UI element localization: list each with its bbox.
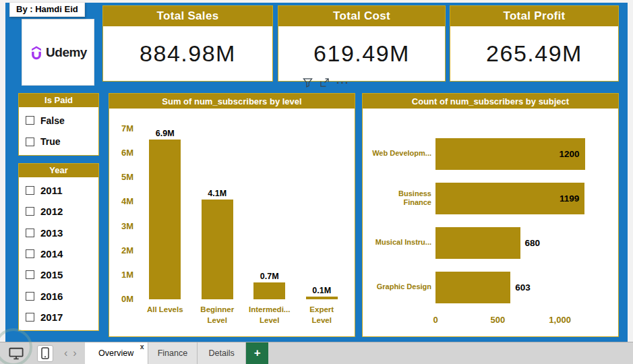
udemy-wordmark: Udemy [46,45,87,60]
is-paid-options: FalseTrue [19,107,98,155]
bar-track: 680 [435,227,613,259]
checkbox-true[interactable] [26,138,34,146]
checkbox-2015[interactable] [26,270,34,279]
bar-beginner-level[interactable] [202,200,233,299]
level-chart-xlabels: All LevelsBeginner LevelIntermedi... Lev… [139,305,348,326]
total-sales-title: Total Sales [103,6,272,26]
visual-hover-toolbar: ··· [303,78,350,88]
tab-scroll-right-icon[interactable]: › [73,348,76,359]
slicer-option-2015[interactable]: 2015 [26,269,92,280]
bar-expert-level[interactable] [306,297,338,299]
checkbox-2014[interactable] [26,249,34,258]
slicer-option-label: 2016 [40,291,63,302]
bar-all-levels[interactable] [149,140,181,299]
more-options-icon[interactable]: ··· [336,80,350,86]
y-tick-label: 3M [121,221,133,232]
add-page-button[interactable]: + [246,342,268,364]
bar-value-label: 6.9M [156,129,175,138]
y-tick-label: 4M [121,196,133,207]
bar-value-label: 603 [515,282,531,293]
checkbox-false[interactable] [26,116,34,125]
slicer-option-label: True [40,136,61,147]
bar-musical-instru[interactable] [435,227,520,259]
bar-group-all-levels: 6.9M [139,129,191,299]
level-chart-title: Sum of num_subscribers by level [109,94,355,109]
slicer-option-2016[interactable]: 2016 [26,291,92,302]
total-cost-card[interactable]: Total Cost 619.49M [278,5,446,82]
slicer-option-label: 2017 [40,311,63,323]
is-paid-slicer: Is Paid FalseTrue [18,93,99,156]
page-tabs: OverviewxFinanceDetails+ [85,342,268,364]
tab-scroll-left-icon[interactable]: ‹ [64,348,67,359]
bar-value-label: 0.1M [312,286,331,295]
slicer-option-false[interactable]: False [26,115,92,126]
total-profit-card[interactable]: Total Profit 265.49M [450,5,619,82]
bar-graphic-design[interactable] [435,272,510,303]
x-tick-label: 1,000 [549,315,571,325]
bar-intermedi-level[interactable] [253,282,285,299]
year-slicer: Year 2011201220132014201520162017 [18,163,99,331]
bar-business-finance[interactable]: 1199 [435,183,584,214]
tab-overview[interactable]: Overviewx [85,342,148,364]
x-tick-label: 0 [433,315,438,325]
slicer-option-label: 2014 [40,248,63,260]
desktop-view-icon[interactable] [9,347,24,360]
checkbox-2016[interactable] [26,292,34,301]
bar-web-developm[interactable]: 1200 [435,138,585,170]
bar-row-web-developm: Web Developm...1200 [369,131,613,176]
slicer-option-label: 2013 [40,227,63,239]
level-chart-bars: 6.9M4.1M0.7M0.1M [139,129,348,299]
category-label: Web Developm... [369,149,435,158]
subscribers-by-level-chart[interactable]: Sum of num_subscribers by level 0M1M2M3M… [109,93,355,337]
checkbox-2011[interactable] [26,186,34,195]
slicer-option-2011[interactable]: 2011 [26,185,92,196]
subject-chart-rows: Web Developm...1200Business Finance1199M… [369,131,613,309]
checkbox-2017[interactable] [26,313,34,322]
tab-details[interactable]: Details [198,342,246,364]
mobile-view-icon[interactable] [37,345,53,362]
bar-value-label: 680 [525,238,541,248]
y-tick-label: 1M [121,270,133,280]
slicer-option-2017[interactable]: 2017 [26,311,92,323]
y-tick-label: 5M [121,172,133,183]
year-options: 2011201220132014201520162017 [19,177,98,330]
total-sales-card[interactable]: Total Sales 884.98M [102,5,273,82]
category-label: Graphic Design [369,282,435,291]
slicer-option-label: 2015 [40,269,63,280]
subscribers-by-subject-chart[interactable]: Count of num_subscribers by subject Web … [362,93,619,337]
category-label: Musical Instru... [369,238,435,247]
total-profit-value: 265.49M [450,26,618,81]
y-tick-label: 0M [121,294,133,305]
x-tick-label: 500 [490,315,505,325]
bar-value-label: 0.7M [260,272,279,281]
bar-value-label: 1199 [560,193,579,204]
total-cost-title: Total Cost [278,6,445,26]
slicer-option-2013[interactable]: 2013 [26,227,92,239]
total-cost-value: 619.49M [278,26,445,81]
level-chart-plot: 0M1M2M3M4M5M6M7M 6.9M4.1M0.7M0.1M All Le… [109,109,355,336]
category-label: Business Finance [369,189,435,207]
y-tick-label: 2M [121,245,133,256]
bar-group-beginner-level: 4.1M [191,129,244,299]
x-category-label: Beginner Level [191,305,244,326]
total-profit-title: Total Profit [450,6,618,26]
slicer-option-2012[interactable]: 2012 [26,206,92,217]
slicer-option-true[interactable]: True [26,136,92,147]
filter-icon[interactable] [303,78,313,88]
subject-chart-plot: Web Developm...1200Business Finance1199M… [363,109,618,336]
tab-close-icon[interactable]: x [140,342,144,351]
tab-label: Details [209,348,235,358]
subject-chart-title: Count of num_subscribers by subject [363,94,618,109]
tab-finance[interactable]: Finance [148,342,198,364]
slicer-option-label: 2011 [40,185,63,196]
slicer-option-2014[interactable]: 2014 [26,248,92,260]
bar-row-graphic-design: Graphic Design603 [369,265,613,309]
slicer-option-label: 2012 [40,206,63,217]
bar-row-musical-instru: Musical Instru...680 [369,220,613,265]
x-category-label: Intermedi... Level [243,305,296,326]
checkbox-2012[interactable] [26,207,34,216]
slicer-option-label: False [40,115,65,126]
checkbox-2013[interactable] [26,229,34,237]
focus-mode-icon[interactable] [320,78,330,88]
bar-row-business-finance: Business Finance1199 [369,176,613,220]
